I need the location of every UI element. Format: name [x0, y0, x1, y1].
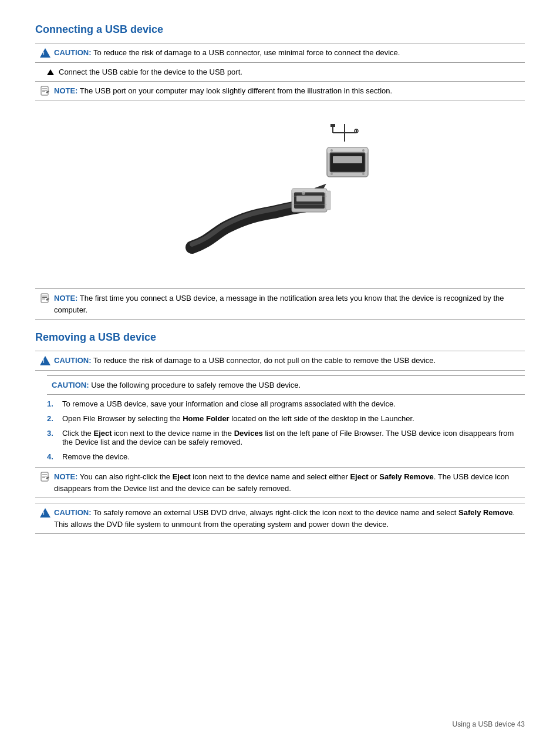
svg-rect-27: [41, 294, 48, 303]
bullet-triangle-icon: [47, 69, 54, 75]
removing-caution3-text: To safely remove an external USB DVD dri…: [54, 508, 515, 529]
svg-point-17: [362, 173, 365, 175]
connecting-note2: NOTE: The first time you connect a USB d…: [35, 288, 525, 320]
removing-caution3: CAUTION: To safely remove an external US…: [35, 503, 525, 534]
step-2-num: 2.: [47, 414, 56, 423]
removing-note1: NOTE: You can also right-click the Eject…: [35, 467, 525, 498]
removing-caution1-label: CAUTION:: [54, 356, 92, 365]
connecting-note1: NOTE: The USB port on your computer may …: [35, 81, 525, 101]
svg-point-15: [362, 149, 365, 152]
removing-steps: 1. To remove a USB device, save your inf…: [47, 399, 525, 461]
removing-note1-icon: [40, 472, 50, 482]
step-4-text: Remove the device.: [62, 452, 130, 461]
usb-illustration: [157, 118, 403, 271]
removing-caution1-icon: [40, 356, 50, 365]
connecting-section: Connecting a USB device CAUTION: To redu…: [35, 23, 525, 320]
caution1-label: CAUTION:: [54, 48, 92, 57]
svg-rect-0: [41, 86, 48, 95]
svg-point-14: [330, 149, 333, 152]
removing-caution1-text: To reduce the risk of damage to a USB co…: [93, 356, 436, 365]
caution-triangle-icon: [40, 48, 50, 58]
step-1: 1. To remove a USB device, save your inf…: [47, 399, 525, 408]
removing-caution3-label: CAUTION:: [54, 508, 92, 517]
page-footer: Using a USB device 43: [453, 720, 525, 728]
removing-title: Removing a USB device: [35, 331, 525, 344]
step-3: 3. Click the Eject icon next to the devi…: [47, 429, 525, 446]
step-3-text: Click the Eject icon next to the device …: [62, 429, 525, 446]
svg-rect-12: [333, 156, 362, 163]
step-1-text: To remove a USB device, save your inform…: [62, 399, 396, 408]
caution1-text: To reduce the risk of damage to a USB co…: [93, 48, 400, 57]
svg-rect-22: [326, 191, 330, 210]
step-2: 2. Open File Browser by selecting the Ho…: [47, 414, 525, 423]
svg-rect-26: [292, 189, 327, 193]
removing-caution2-label: CAUTION:: [52, 381, 89, 389]
svg-rect-13: [327, 147, 368, 153]
svg-rect-31: [41, 472, 48, 481]
note2-text: The first time you connect a USB device,…: [54, 294, 504, 314]
note1-icon: [40, 86, 50, 96]
connecting-title: Connecting a USB device: [35, 23, 525, 36]
removing-caution1: CAUTION: To reduce the risk of damage to…: [35, 351, 525, 371]
svg-rect-21: [296, 196, 322, 201]
step-2-text: Open File Browser by selecting the Home …: [62, 414, 414, 423]
removing-note1-text: You can also right-click the Eject icon …: [54, 472, 509, 493]
note2-label: NOTE:: [54, 294, 77, 303]
connecting-bullet1-text: Connect the USB cable for the device to …: [59, 68, 242, 76]
footer-text: Using a USB device 43: [453, 720, 525, 728]
connecting-bullet1: Connect the USB cable for the device to …: [47, 68, 525, 76]
step-1-num: 1.: [47, 399, 56, 408]
connecting-caution1: CAUTION: To reduce the risk of damage to…: [35, 43, 525, 63]
removing-caution2-text: Use the following procedure to safely re…: [91, 381, 301, 389]
removing-note1-label: NOTE:: [54, 472, 77, 481]
note1-text: The USB port on your computer may look s…: [80, 86, 392, 95]
note2-icon: [40, 293, 50, 304]
svg-rect-8: [330, 124, 335, 127]
note1-label: NOTE:: [54, 86, 77, 95]
removing-section: Removing a USB device CAUTION: To reduce…: [35, 331, 525, 534]
step-4: 4. Remove the device.: [47, 452, 525, 461]
removing-caution2: CAUTION: Use the following procedure to …: [47, 375, 525, 395]
step-3-num: 3.: [47, 429, 56, 438]
removing-caution3-icon: [40, 508, 50, 518]
usb-illustration-area: [35, 112, 525, 277]
step-4-num: 4.: [47, 452, 56, 461]
svg-point-16: [330, 173, 333, 175]
